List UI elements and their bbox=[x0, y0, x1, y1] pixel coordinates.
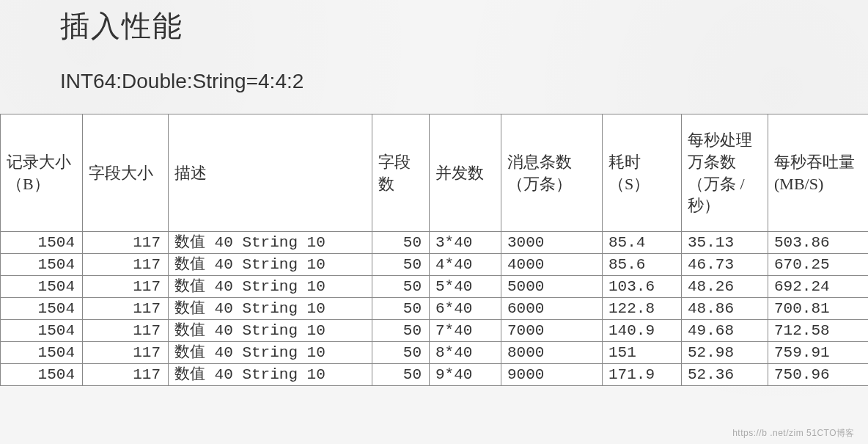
cell-msg-count: 9000 bbox=[501, 364, 603, 386]
cell-concurrency: 7*40 bbox=[430, 320, 501, 342]
col-field-size: 字段大小 bbox=[83, 114, 169, 232]
cell-concurrency: 8*40 bbox=[430, 342, 501, 364]
cell-record-size: 1504 bbox=[1, 232, 83, 254]
table-body: 1504 117 数值 40 String 10 50 3*40 3000 85… bbox=[1, 232, 869, 386]
performance-table-wrap: 记录大小（B） 字段大小 描述 字段数 并发数 消息条数（万条） 耗时（S） 每… bbox=[0, 114, 868, 386]
cell-elapsed: 103.6 bbox=[603, 276, 682, 298]
cell-elapsed: 171.9 bbox=[603, 364, 682, 386]
cell-msg-count: 7000 bbox=[501, 320, 603, 342]
cell-throughput: 712.58 bbox=[768, 320, 869, 342]
cell-throughput: 503.86 bbox=[768, 232, 869, 254]
subtitle: INT64:Double:String=4:4:2 bbox=[0, 46, 868, 114]
cell-elapsed: 85.6 bbox=[603, 254, 682, 276]
cell-throughput: 670.25 bbox=[768, 254, 869, 276]
cell-per-sec: 35.13 bbox=[682, 232, 768, 254]
cell-record-size: 1504 bbox=[1, 298, 83, 320]
cell-desc: 数值 40 String 10 bbox=[169, 232, 372, 254]
cell-elapsed: 85.4 bbox=[603, 232, 682, 254]
cell-field-count: 50 bbox=[372, 276, 430, 298]
table-row: 1504 117 数值 40 String 10 50 3*40 3000 85… bbox=[1, 232, 869, 254]
table-row: 1504 117 数值 40 String 10 50 5*40 5000 10… bbox=[1, 276, 869, 298]
performance-table: 记录大小（B） 字段大小 描述 字段数 并发数 消息条数（万条） 耗时（S） 每… bbox=[0, 114, 868, 386]
cell-elapsed: 122.8 bbox=[603, 298, 682, 320]
cell-concurrency: 4*40 bbox=[430, 254, 501, 276]
cell-desc: 数值 40 String 10 bbox=[169, 276, 372, 298]
cell-throughput: 700.81 bbox=[768, 298, 869, 320]
cell-desc: 数值 40 String 10 bbox=[169, 254, 372, 276]
cell-record-size: 1504 bbox=[1, 364, 83, 386]
col-desc: 描述 bbox=[169, 114, 372, 232]
cell-record-size: 1504 bbox=[1, 320, 83, 342]
cell-field-size: 117 bbox=[83, 232, 169, 254]
cell-throughput: 759.91 bbox=[768, 342, 869, 364]
page-title: 插入性能 bbox=[0, 0, 868, 46]
cell-concurrency: 6*40 bbox=[430, 298, 501, 320]
cell-per-sec: 48.86 bbox=[682, 298, 768, 320]
cell-record-size: 1504 bbox=[1, 276, 83, 298]
cell-field-size: 117 bbox=[83, 364, 169, 386]
cell-per-sec: 49.68 bbox=[682, 320, 768, 342]
table-row: 1504 117 数值 40 String 10 50 7*40 7000 14… bbox=[1, 320, 869, 342]
cell-elapsed: 151 bbox=[603, 342, 682, 364]
slide: 插入性能 INT64:Double:String=4:4:2 记录大小（B） 字… bbox=[0, 0, 868, 386]
col-msg-count: 消息条数（万条） bbox=[501, 114, 603, 232]
cell-msg-count: 4000 bbox=[501, 254, 603, 276]
cell-msg-count: 8000 bbox=[501, 342, 603, 364]
cell-concurrency: 3*40 bbox=[430, 232, 501, 254]
cell-throughput: 692.24 bbox=[768, 276, 869, 298]
cell-field-size: 117 bbox=[83, 298, 169, 320]
cell-field-size: 117 bbox=[83, 254, 169, 276]
cell-throughput: 750.96 bbox=[768, 364, 869, 386]
col-elapsed: 耗时（S） bbox=[603, 114, 682, 232]
col-field-count: 字段数 bbox=[372, 114, 430, 232]
table-row: 1504 117 数值 40 String 10 50 4*40 4000 85… bbox=[1, 254, 869, 276]
cell-desc: 数值 40 String 10 bbox=[169, 364, 372, 386]
col-concurrency: 并发数 bbox=[430, 114, 501, 232]
cell-per-sec: 48.26 bbox=[682, 276, 768, 298]
cell-per-sec: 46.73 bbox=[682, 254, 768, 276]
cell-record-size: 1504 bbox=[1, 254, 83, 276]
cell-record-size: 1504 bbox=[1, 342, 83, 364]
cell-field-count: 50 bbox=[372, 320, 430, 342]
cell-desc: 数值 40 String 10 bbox=[169, 298, 372, 320]
cell-field-count: 50 bbox=[372, 364, 430, 386]
cell-field-count: 50 bbox=[372, 232, 430, 254]
cell-desc: 数值 40 String 10 bbox=[169, 320, 372, 342]
table-row: 1504 117 数值 40 String 10 50 8*40 8000 15… bbox=[1, 342, 869, 364]
cell-field-count: 50 bbox=[372, 298, 430, 320]
cell-concurrency: 5*40 bbox=[430, 276, 501, 298]
cell-elapsed: 140.9 bbox=[603, 320, 682, 342]
watermark: https://b .net/zim 51CTO博客 bbox=[732, 427, 855, 440]
cell-msg-count: 6000 bbox=[501, 298, 603, 320]
table-row: 1504 117 数值 40 String 10 50 9*40 9000 17… bbox=[1, 364, 869, 386]
cell-msg-count: 3000 bbox=[501, 232, 603, 254]
cell-field-count: 50 bbox=[372, 254, 430, 276]
cell-msg-count: 5000 bbox=[501, 276, 603, 298]
table-header-row: 记录大小（B） 字段大小 描述 字段数 并发数 消息条数（万条） 耗时（S） 每… bbox=[1, 114, 869, 232]
table-row: 1504 117 数值 40 String 10 50 6*40 6000 12… bbox=[1, 298, 869, 320]
col-per-sec: 每秒处理万条数（万条 / 秒） bbox=[682, 114, 768, 232]
cell-field-size: 117 bbox=[83, 276, 169, 298]
cell-per-sec: 52.36 bbox=[682, 364, 768, 386]
cell-field-size: 117 bbox=[83, 320, 169, 342]
cell-desc: 数值 40 String 10 bbox=[169, 342, 372, 364]
col-throughput: 每秒吞吐量(MB/S) bbox=[768, 114, 869, 232]
col-record-size: 记录大小（B） bbox=[1, 114, 83, 232]
cell-per-sec: 52.98 bbox=[682, 342, 768, 364]
cell-field-count: 50 bbox=[372, 342, 430, 364]
cell-concurrency: 9*40 bbox=[430, 364, 501, 386]
cell-field-size: 117 bbox=[83, 342, 169, 364]
